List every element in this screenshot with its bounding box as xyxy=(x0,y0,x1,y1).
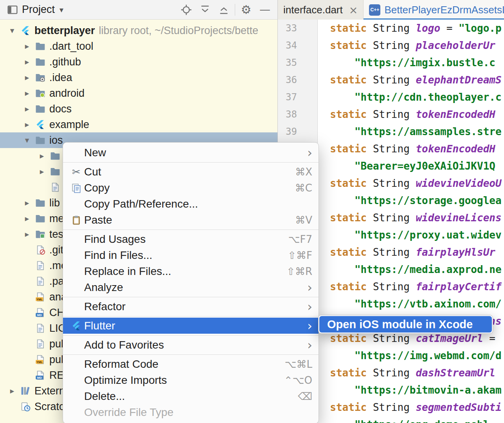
menu-item-cut[interactable]: ✂Cut⌘X xyxy=(63,164,319,180)
menu-item-optimize-imports[interactable]: Optimize Imports⌃⌥O xyxy=(63,372,319,388)
chevron-collapsed-icon[interactable]: ▸ xyxy=(35,167,49,176)
menu-item-label: Refactor xyxy=(84,300,126,313)
tree-row-dart-tool[interactable]: ▸.dart_tool xyxy=(0,38,277,54)
menu-item-add-to-favorites[interactable]: Add to Favorites› xyxy=(63,337,319,353)
menu-item-replace-in-files[interactable]: Replace in Files...⇧⌘R xyxy=(63,263,319,279)
menu-item-new[interactable]: New› xyxy=(63,145,319,161)
tree-item-label: .dart_tool xyxy=(49,40,94,52)
menu-item-flutter[interactable]: Flutter› xyxy=(63,318,319,334)
folder-idea-icon xyxy=(34,72,47,83)
tree-row-idea[interactable]: ▸.idea xyxy=(0,70,277,85)
submenu-arrow-icon: › xyxy=(307,320,312,332)
menu-item-label: Analyze xyxy=(84,281,123,294)
code-line: static String tokenEncodedH xyxy=(318,106,504,123)
folder-icon xyxy=(34,57,47,67)
folder-icon xyxy=(34,104,47,114)
chevron-collapsed-icon[interactable]: ▸ xyxy=(35,151,49,161)
expand-all-icon[interactable] xyxy=(196,1,214,18)
menu-item-copy[interactable]: Copy⌘C xyxy=(63,180,319,196)
menu-item-shortcut: ⌘C xyxy=(295,182,312,194)
chevron-collapsed-icon[interactable]: ▸ xyxy=(5,386,19,396)
svg-text:YML: YML xyxy=(36,298,43,301)
tree-item-label: Scratc xyxy=(34,401,65,413)
md-icon: MD xyxy=(34,370,47,380)
chevron-collapsed-icon[interactable]: ▸ xyxy=(20,120,34,129)
settings-gear-icon[interactable]: ⚙ xyxy=(237,1,256,18)
menu-item-copy-path-reference[interactable]: Copy Path/Reference... xyxy=(63,196,319,212)
folder-icon xyxy=(49,151,62,161)
code-line: "https://media.axprod.ne xyxy=(318,261,504,278)
menu-item-open-ios-module-in-xcode[interactable]: Open iOS module in Xcode xyxy=(319,316,492,333)
tree-item-label: ios xyxy=(49,134,63,146)
code-line: "https://ong-demo-pebl xyxy=(318,416,504,423)
chevron-expanded-icon[interactable]: ▾ xyxy=(20,136,34,145)
menu-item-label: Paste xyxy=(84,214,112,226)
tree-row-betterplayer[interactable]: ▾betterplayerlibrary root, ~/StudioProje… xyxy=(0,23,277,38)
project-view-selector[interactable]: Project ▾ xyxy=(20,4,63,16)
menu-item-shortcut: ⌫ xyxy=(298,390,312,402)
menu-item-shortcut: ⌥F7 xyxy=(288,233,312,245)
tree-row-android[interactable]: ▸android xyxy=(0,85,277,101)
folder-icon xyxy=(49,166,62,177)
chevron-expanded-icon[interactable]: ▾ xyxy=(5,26,19,35)
tree-item-label: me xyxy=(49,213,64,225)
submenu-arrow-icon: › xyxy=(307,146,312,159)
tree-item-label: docs xyxy=(49,103,72,115)
chevron-collapsed-icon[interactable]: ▸ xyxy=(20,198,34,208)
menu-item-paste[interactable]: Paste⌘V xyxy=(63,212,319,228)
tree-item-label: Extern xyxy=(34,385,65,397)
project-tool-icon xyxy=(7,4,18,15)
menu-item-shortcut: ⌥⌘L xyxy=(285,358,312,370)
tab-betterplayer-ezdrm-assets-loader[interactable]: C++ BetterPlayerEzDrmAssetsLoaderD xyxy=(364,0,504,20)
tree-item-label: .pa xyxy=(49,275,64,287)
project-panel-title: Project xyxy=(22,4,55,16)
code-line: static String elephantDreamS xyxy=(318,71,504,89)
code-line: "https://imgix.bustle.c xyxy=(318,54,504,71)
menu-item-analyze[interactable]: Analyze› xyxy=(63,279,319,295)
menu-separator xyxy=(63,230,319,230)
menu-item-label: Open iOS module in Xcode xyxy=(327,318,473,331)
chevron-collapsed-icon[interactable]: ▸ xyxy=(20,214,34,223)
chevron-collapsed-icon[interactable]: ▸ xyxy=(20,57,34,67)
file-icon xyxy=(34,323,47,333)
collapse-all-icon[interactable] xyxy=(214,1,233,18)
chevron-collapsed-icon[interactable]: ▸ xyxy=(20,42,34,51)
menu-item-delete[interactable]: Delete...⌫ xyxy=(63,388,319,404)
tree-row-github[interactable]: ▸.github xyxy=(0,54,277,70)
submenu-arrow-icon: › xyxy=(307,281,312,294)
code-line: static String fairplayCertif xyxy=(318,278,504,295)
code-line: static String tokenEncodedH xyxy=(318,140,504,157)
menu-item-label: Optimize Imports xyxy=(84,374,167,387)
tab-label: BetterPlayerEzDrmAssetsLoaderD xyxy=(384,4,504,16)
tree-row-docs[interactable]: ▸docs xyxy=(0,101,277,117)
chevron-collapsed-icon[interactable]: ▸ xyxy=(20,230,34,239)
locate-file-icon[interactable] xyxy=(177,1,196,18)
code-line: "Bearer=eyJ0eXAiOiJKV1Q xyxy=(318,157,504,175)
ide-window: Project ▾ ⚙ — ▾betterplayerlibrary root,… xyxy=(0,0,504,423)
yml-icon: YML xyxy=(34,354,47,365)
tree-item-label: .github xyxy=(49,56,81,68)
menu-item-refactor[interactable]: Refactor› xyxy=(63,298,319,315)
editor-content[interactable]: static String logo = "logo.p static Stri… xyxy=(318,20,504,423)
flutter-submenu: Open iOS module in Xcode xyxy=(318,315,493,334)
menu-separator xyxy=(63,162,319,163)
code-line: static String segmentedSubti xyxy=(318,399,504,416)
menu-item-shortcut: ⌃⌥O xyxy=(284,374,312,386)
menu-item-label: Find Usages xyxy=(84,233,146,246)
close-icon[interactable]: × xyxy=(349,4,358,16)
code-line: static String logo = "logo.p xyxy=(318,20,504,37)
file-icon xyxy=(34,260,47,271)
chevron-down-icon: ▾ xyxy=(59,5,63,14)
tree-row-example[interactable]: ▸example xyxy=(0,117,277,132)
chevron-collapsed-icon[interactable]: ▸ xyxy=(20,104,34,114)
code-line: "https://bitmovin-a.akam xyxy=(318,381,504,399)
menu-item-find-in-files[interactable]: Find in Files...⇧⌘F xyxy=(63,247,319,263)
tree-item-label: .idea xyxy=(49,72,72,84)
line-number: 37 xyxy=(278,89,317,106)
tab-interface-dart[interactable]: interface.dart × xyxy=(278,0,364,20)
hide-panel-icon[interactable]: — xyxy=(256,1,274,18)
chevron-collapsed-icon[interactable]: ▸ xyxy=(20,89,34,98)
menu-item-find-usages[interactable]: Find Usages⌥F7 xyxy=(63,231,319,247)
chevron-collapsed-icon[interactable]: ▸ xyxy=(20,73,34,82)
menu-item-reformat-code[interactable]: Reformat Code⌥⌘L xyxy=(63,356,319,372)
